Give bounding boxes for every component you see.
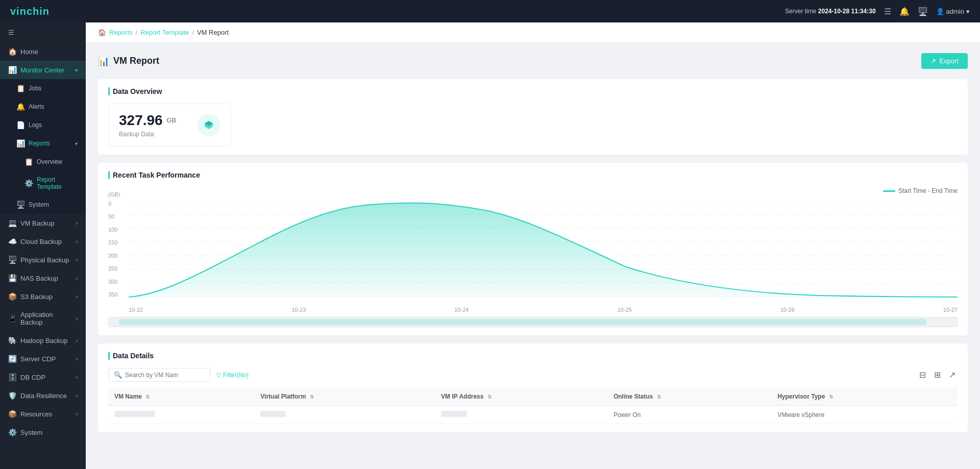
table-view-icon[interactable]: ⊞ [932,368,943,382]
chart-section: Recent Task Performance Start Time - End… [98,163,968,335]
data-resilience-icon: 🛡️ [8,391,16,400]
breadcrumb-reports[interactable]: Reports [109,29,133,36]
sidebar-item-cloud-backup[interactable]: ☁️ Cloud Backup › [0,232,86,251]
chart-scrollbar-thumb[interactable] [119,319,926,325]
breadcrumb-sep-1: / [136,29,138,36]
bell-icon[interactable]: 🔔 [899,7,910,16]
search-icon: 🔍 [114,371,122,379]
reports-icon: 📊 [16,139,24,147]
chart-scrollbar[interactable] [108,317,958,327]
logo-accent: chin [27,6,50,17]
hamburger-icon[interactable]: ☰ [0,22,86,42]
application-backup-chevron-icon: › [76,316,78,322]
breadcrumb-current: VM Report [197,29,229,36]
data-label: Backup Data [119,131,176,138]
nas-backup-chevron-icon: › [76,276,78,281]
sort-icon-vm-ip[interactable]: ⇅ [487,394,492,400]
sidebar-item-db-cdp[interactable]: 🗄️ DB CDP › [0,368,86,386]
chart-y-unit: (GB) [108,191,120,198]
sidebar-item-home[interactable]: 🏠 Home [0,42,86,61]
sidebar-label-monitor-center: Monitor Center [20,66,64,74]
sidebar-label-cloud-backup: Cloud Backup [20,238,62,245]
column-settings-icon[interactable]: ⊟ [917,368,928,382]
chart-y-labels: 350 300 250 200 150 100 50 0 [108,201,129,298]
monitor-center-chevron-icon: ▾ [75,67,78,73]
cloud-backup-chevron-icon: › [76,239,78,244]
x-label-1026: 10-26 [780,307,795,313]
sidebar-label-server-cdp: Server CDP [20,355,56,363]
nas-backup-icon: 💾 [8,274,16,282]
monitor-icon[interactable]: 🖥️ [918,7,928,16]
sidebar-item-hadoop-backup[interactable]: 🐘 Hadoop Backup › [0,331,86,350]
breadcrumb-sep-2: / [192,29,194,36]
sidebar-label-vm-backup: VM Backup [20,219,54,227]
y-label-100: 100 [108,227,125,233]
sidebar-item-logs[interactable]: 📄 Logs [0,116,86,134]
application-backup-icon: 📱 [8,314,16,323]
user-chevron-icon: ▾ [966,8,970,15]
resources-chevron-icon: › [76,411,78,417]
alerts-icon: 🔔 [16,103,24,111]
sidebar-label-overview: Overview [37,158,62,165]
reports-chevron-icon: ▾ [75,141,78,146]
y-label-200: 200 [108,253,125,259]
sidebar-item-overview[interactable]: 📋 Overview [0,153,86,171]
sidebar-label-report-template: Report Template [37,176,78,190]
sidebar-label-hadoop-backup: Hadoop Backup [20,337,68,344]
sidebar-item-s3-backup[interactable]: 📦 S3 Backup › [0,287,86,306]
user-menu[interactable]: 👤 admin ▾ [936,8,970,15]
sidebar-label-logs: Logs [29,121,42,129]
sidebar-item-reports[interactable]: 📊 Reports ▾ [0,134,86,153]
sidebar-item-report-template[interactable]: ⚙️ Report Template [0,171,86,195]
page-title: 📊 VM Report [98,56,159,67]
sidebar-label-s3-backup: S3 Backup [20,293,53,301]
sidebar-item-application-backup[interactable]: 📱 Application Backup › [0,306,86,331]
page-header: 📊 VM Report ↗ Export [98,53,968,69]
search-box[interactable]: 🔍 [108,368,210,382]
db-cdp-chevron-icon: › [76,375,78,380]
report-template-icon: ⚙️ [24,179,33,187]
sidebar: ☰ 🏠 Home 📊 Monitor Center ▾ 📋 Jobs 🔔 Ale… [0,22,86,469]
sidebar-label-resources: Resources [20,410,52,418]
sidebar-label-physical-backup: Physical Backup [20,256,69,264]
export-icon: ↗ [930,57,936,65]
sort-icon-virtual-platform[interactable]: ⇅ [310,394,314,400]
col-vm-name: VM Name ⇅ [108,388,254,406]
sidebar-label-reports: Reports [29,140,50,147]
physical-backup-chevron-icon: › [76,257,78,263]
sidebar-item-system[interactable]: ⚙️ System [0,423,86,441]
sort-icon-online-status[interactable]: ⇅ [657,394,661,400]
sort-icon-hypervisor-type[interactable]: ⇅ [829,394,833,400]
breadcrumb-home-icon: 🏠 [98,29,106,36]
page-content: 📊 VM Report ↗ Export Data Overview 327.9… [86,43,980,469]
sidebar-item-physical-backup[interactable]: 🖥️ Physical Backup › [0,251,86,269]
page-title-text: VM Report [113,56,159,66]
y-label-350: 350 [108,291,125,298]
data-value-block: 327.96 GB Backup Data [119,112,176,138]
sidebar-item-monitor-center[interactable]: 📊 Monitor Center ▾ [0,61,86,79]
sidebar-item-jobs[interactable]: 📋 Jobs [0,79,86,97]
home-icon: 🏠 [8,47,16,56]
filter-button[interactable]: ▽ Filter(No) [216,372,249,379]
sidebar-item-alerts[interactable]: 🔔 Alerts [0,97,86,116]
sidebar-item-vm-backup[interactable]: 💻 VM Backup › [0,214,86,232]
sidebar-item-resources[interactable]: 📦 Resources › [0,405,86,423]
breadcrumb-report-template[interactable]: Report Template [140,29,189,36]
table-header-row: VM Name ⇅ Virtual Platform ⇅ VM IP Addre… [108,388,958,406]
export-label: Export [939,57,959,65]
sidebar-item-data-resilience[interactable]: 🛡️ Data Resilience › [0,386,86,405]
search-input[interactable] [125,372,205,379]
export-button[interactable]: ↗ Export [921,53,968,69]
sidebar-item-server-cdp[interactable]: 🔄 Server CDP › [0,350,86,368]
sidebar-item-nas-backup[interactable]: 💾 NAS Backup › [0,269,86,287]
notification-list-icon[interactable]: ☰ [884,7,891,16]
sidebar-item-system-sub[interactable]: 🖥️ System [0,195,86,214]
export-table-icon[interactable]: ↗ [947,368,958,382]
vm-ip-blur [441,411,467,417]
x-label-1024: 10-24 [454,307,469,313]
user-icon: 👤 [936,8,944,15]
s3-backup-icon: 📦 [8,292,16,301]
sort-icon-vm-name[interactable]: ⇅ [145,394,150,400]
sidebar-label-data-resilience: Data Resilience [20,392,67,400]
y-label-50: 50 [108,213,125,219]
